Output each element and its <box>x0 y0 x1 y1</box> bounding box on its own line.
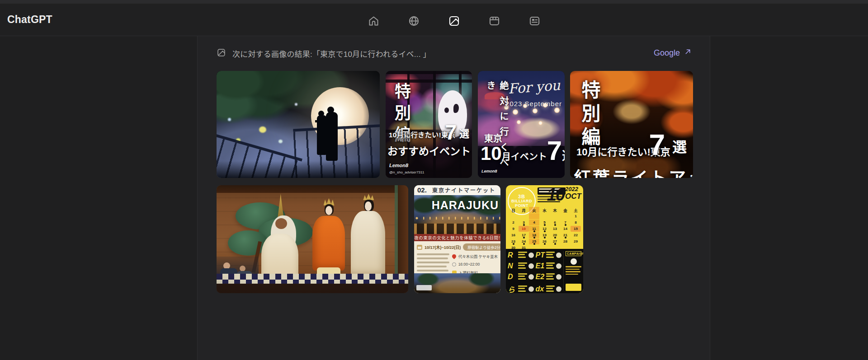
calendar-grid: 日月火水木金土123456789101112131415161718192021… <box>508 207 581 251</box>
month-label: OCT <box>565 192 581 200</box>
calendar-cell: 7 <box>560 220 571 225</box>
calendar-cell: 20 <box>550 232 560 238</box>
event-list: RPTNE1DE2らdx <box>508 251 561 291</box>
result-image-autumn-lightup-poster[interactable]: 特別編 10月に行きたい!東京 7 選 紅葉ライトアップ <box>570 71 693 178</box>
calendar-cell: 1 <box>571 213 581 219</box>
result-image-harajuku-night-market[interactable]: 02. 東京ナイトマーケット HARAJUKU 夜の東京の文化と魅力を体験できる… <box>414 185 500 293</box>
calendar-cell <box>508 213 519 219</box>
event-entry: E2 <box>536 273 562 281</box>
card-header: 02. 東京ナイトマーケット <box>414 185 500 195</box>
calendar-cell: 18 <box>529 232 539 238</box>
event-label-lines <box>518 262 527 270</box>
events-section: RPTNE1DE2らdx CAMPAIGN <box>506 249 583 293</box>
calendar-cell <box>519 213 529 219</box>
tab-bar <box>363 10 545 33</box>
date-row: 10/17(木)~10/22(日) 原宿駅より徒歩2分 <box>417 243 498 251</box>
tab-web[interactable] <box>403 10 425 33</box>
campaign-yellow-box <box>566 284 581 291</box>
event-logo-circle <box>528 252 534 258</box>
calendar-day-header: 火 <box>529 207 539 213</box>
calendar-cell: 4 <box>529 220 539 225</box>
poster-line2: おすすめイベント <box>387 143 471 158</box>
event-letter: PT <box>536 251 545 259</box>
month-number: 10 <box>547 186 564 203</box>
event-logo-circle <box>556 263 561 269</box>
event-entry: dx <box>536 284 562 293</box>
card-banner: 夜の東京の文化と魅力を体験できる6日間! <box>414 234 500 242</box>
event-logo-circle <box>556 286 561 292</box>
result-image-moon-garden[interactable] <box>217 71 380 178</box>
location-pin-icon <box>451 253 457 259</box>
garden-light <box>278 140 283 143</box>
calendar-cell: 9 <box>508 226 519 232</box>
window-top-edge <box>0 0 868 4</box>
result-image-october-calendar[interactable]: 3B BILLIARD POINT 10 2022 OCT 日月火水木金土123… <box>506 185 583 293</box>
calendar-cell: 24 <box>519 238 529 244</box>
calendar-day-header: 日 <box>508 207 519 213</box>
grid-icon <box>488 15 500 29</box>
event-entry: PT <box>536 251 562 259</box>
card-info-section: 10/17(木)~10/22(日) 原宿駅より徒歩2分 代々木公園 ケヤキ並木 … <box>414 241 500 273</box>
results-caption: 次に対する画像の結果:「東京で10月に行われるイベ... 」 <box>232 48 431 59</box>
calendar-day-header: 月 <box>519 207 529 213</box>
poster-big-number: 7 <box>445 120 457 145</box>
event-entry: ら <box>508 284 534 293</box>
calendar-day-header: 木 <box>550 207 560 213</box>
calendar-day-header: 金 <box>560 207 571 213</box>
calendar-cell <box>560 213 571 219</box>
access-pill: 原宿駅より徒歩2分 <box>463 243 500 251</box>
calendar-cell: 28 <box>560 238 571 244</box>
globe-icon <box>408 15 420 29</box>
calendar-cell: 14 <box>560 226 571 232</box>
event-label-lines <box>546 273 555 281</box>
calendar-cell: 21 <box>560 232 571 238</box>
result-image-festival-poster[interactable]: 絶対に行くべき For you 2023 September 東京 10月イベン… <box>478 71 565 178</box>
poster-number10: 10 <box>481 143 502 164</box>
app-title: ChatGPT <box>7 14 52 26</box>
tab-home[interactable] <box>363 10 384 33</box>
person-silhouette-body <box>317 115 327 155</box>
event-label-lines <box>518 252 527 259</box>
event-logo-circle <box>528 263 534 269</box>
calendar-cell: 29 <box>571 238 581 244</box>
calendar-cell: 6 <box>550 220 560 225</box>
event-letter: dx <box>536 285 545 293</box>
calendar-cell: 5 <box>539 220 550 225</box>
calendar-cell: 23 <box>508 238 519 244</box>
lantern <box>533 108 538 113</box>
event-time: 16:00~22:00 <box>458 262 480 266</box>
poster-big-number: 7 <box>649 128 665 162</box>
tab-images[interactable] <box>443 10 465 33</box>
calendar-cell <box>529 213 539 219</box>
market-photo-top: HARAJUKU <box>414 195 500 234</box>
calendar-cell: 3 <box>519 220 529 225</box>
event-label-lines <box>518 273 527 281</box>
result-image-noh-performance[interactable] <box>217 185 408 293</box>
result-image-october-events-poster[interactable]: 特別編 10月に行きたい!東京 7 選 おすすめイベント Lemon8 @n_s… <box>386 71 472 178</box>
event-letter: N <box>508 262 517 270</box>
calendar-cell: 26 <box>539 238 550 244</box>
clock-icon <box>452 262 456 266</box>
chatgpt-window: ChatGPT <box>0 0 868 360</box>
campaign-logo-circle <box>571 258 577 265</box>
brand-logo-text: Lemon8 <box>481 169 497 173</box>
news-icon <box>528 15 541 29</box>
event-letter: D <box>508 273 517 281</box>
google-source-link[interactable]: Google <box>654 48 692 58</box>
home-icon <box>368 15 380 29</box>
calendar-cell: 15 <box>571 226 581 232</box>
event-label-lines <box>518 285 527 293</box>
campaign-column: CAMPAIGN <box>563 251 581 291</box>
calendar-cell: 11 <box>529 226 539 232</box>
tab-apps[interactable] <box>483 10 505 33</box>
image-results-panel: 次に対する画像の結果:「東京で10月に行われるイベ... 」 Google <box>197 36 710 360</box>
account-handle: @n_sho_adviser7311 <box>389 170 424 174</box>
card-big-title: HARAJUKU <box>432 199 499 212</box>
calendar-cell: 25 <box>529 238 539 244</box>
top-bar: ChatGPT <box>0 4 868 36</box>
event-label-lines <box>546 262 555 270</box>
lantern <box>554 108 560 113</box>
event-dates: 10/17(木)~10/22(日) <box>425 244 461 250</box>
calendar-cell: 16 <box>508 232 519 238</box>
tab-news[interactable] <box>524 10 545 33</box>
